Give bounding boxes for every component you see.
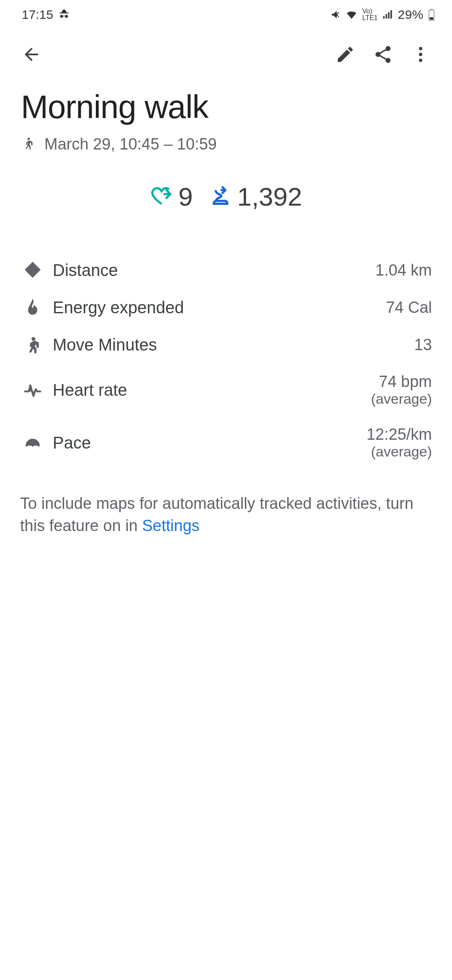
activity-datetime: March 29, 10:45 – 10:59 (44, 135, 217, 153)
stat-label: Move Minutes (53, 335, 414, 354)
status-bar: 17:15 Vo)LTE1 29% (0, 0, 452, 29)
svg-point-8 (31, 268, 34, 271)
status-time: 17:15 (22, 8, 53, 22)
stat-value: 1.04 km (375, 261, 432, 279)
stat-heart-rate: Heart rate 74 bpm (average) (20, 364, 432, 416)
app-bar (0, 29, 452, 80)
fire-icon (20, 299, 45, 317)
summary-row: 9 1,392 (0, 182, 452, 211)
battery-pct: 29% (398, 8, 424, 22)
back-button[interactable] (13, 36, 50, 73)
map-hint-text: To include maps for automatically tracke… (20, 495, 413, 534)
volte-icon: Vo)LTE1 (362, 8, 378, 21)
share-button[interactable] (364, 36, 402, 73)
svg-point-9 (32, 337, 35, 340)
more-button[interactable] (402, 36, 439, 73)
distance-icon (20, 261, 45, 280)
settings-link[interactable]: Settings (142, 517, 200, 534)
battery-icon (428, 8, 435, 21)
stat-value: 74 Cal (386, 299, 432, 317)
edit-button[interactable] (326, 36, 364, 73)
wifi-icon (345, 8, 358, 21)
stat-label: Energy expended (53, 298, 386, 317)
stat-label: Heart rate (53, 381, 371, 400)
stat-move-minutes: Move Minutes 13 (20, 326, 432, 364)
signal-icon (382, 9, 393, 21)
stat-pace: Pace 12:25/km (average) (20, 416, 432, 469)
steps-icon (209, 184, 232, 209)
map-hint: To include maps for automatically tracke… (0, 493, 452, 537)
title-block: Morning walk March 29, 10:45 – 10:59 (0, 80, 452, 153)
stat-label: Pace (53, 433, 367, 452)
svg-point-6 (28, 137, 30, 140)
incognito-icon (58, 8, 70, 22)
svg-point-3 (419, 47, 422, 50)
svg-point-4 (419, 53, 422, 56)
walk-icon (20, 336, 45, 354)
stats-list: Distance 1.04 km Energy expended 74 Cal … (0, 252, 452, 469)
heart-points-summary: 9 (150, 182, 193, 211)
walking-icon (21, 137, 35, 152)
heart-points-icon (150, 184, 173, 209)
stat-energy: Energy expended 74 Cal (20, 289, 432, 326)
pace-icon (20, 433, 45, 452)
page-title: Morning walk (21, 88, 431, 126)
steps-summary: 1,392 (209, 182, 302, 211)
svg-rect-2 (430, 17, 434, 20)
stat-value: 74 bpm (average) (371, 373, 432, 407)
heart-points-value: 9 (178, 182, 193, 211)
svg-rect-1 (431, 9, 433, 10)
steps-value: 1,392 (237, 182, 302, 211)
svg-point-5 (419, 59, 422, 62)
stat-label: Distance (53, 261, 375, 280)
stat-value: 13 (414, 336, 432, 354)
stat-value: 12:25/km (average) (367, 426, 432, 460)
stat-distance: Distance 1.04 km (20, 252, 432, 289)
heartrate-icon (20, 381, 45, 399)
mute-icon (329, 9, 341, 21)
